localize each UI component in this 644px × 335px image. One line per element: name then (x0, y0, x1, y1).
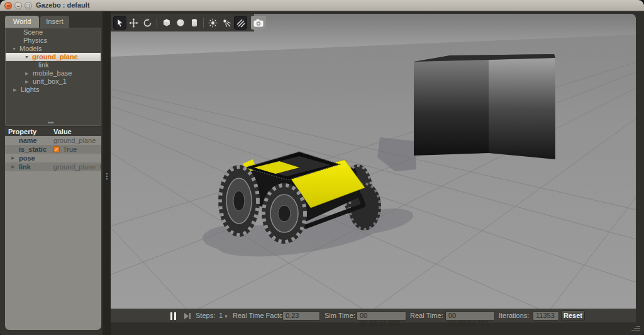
tab-world[interactable]: World (5, 16, 39, 28)
statusbar: Steps: 1 ▼ Real Time Factor: 0.23 Sim Ti… (111, 309, 636, 322)
rotate-icon (143, 18, 152, 28)
expand-arrow-icon[interactable]: ▶ (13, 86, 19, 94)
directional-light-button[interactable] (234, 16, 247, 30)
step-button[interactable] (184, 313, 193, 319)
screenshot-button[interactable] (251, 16, 266, 30)
tree-item-ground-plane[interactable]: ▼ ground_plane (6, 53, 101, 61)
pause-button[interactable] (170, 312, 178, 320)
toolbar-separator (157, 18, 157, 28)
property-header: Property Value (5, 127, 101, 136)
property-row-link[interactable]: ▶ link ground_plane::link (5, 162, 101, 171)
tree-item-physics[interactable]: Physics (6, 37, 101, 45)
gazebo-window: × – ❒ Gazebo : default World Insert Scen… (0, 0, 644, 335)
spot-light-button[interactable] (220, 16, 233, 30)
sim-time-label: Sim Time: (325, 312, 355, 319)
window-title: Gazebo : default (36, 1, 90, 9)
view-toolbar (111, 14, 254, 31)
render-viewport[interactable] (111, 14, 636, 309)
steps-label: Steps: (196, 312, 215, 319)
property-row-name[interactable]: name ground_plane (5, 136, 101, 145)
property-row-pose[interactable]: ▶ pose (5, 154, 101, 162)
iterations-value: 11353 (533, 311, 559, 321)
box-icon (162, 18, 172, 28)
insert-sphere-button[interactable] (174, 16, 187, 30)
scene-render (111, 14, 636, 309)
expand-arrow-icon[interactable]: ▶ (11, 162, 14, 171)
checkbox-checked-icon[interactable]: ✓ (53, 146, 60, 152)
close-button[interactable]: × (4, 2, 12, 9)
sim-time-value: 00 00:00:11.353 (357, 311, 406, 321)
tree-item-mobile-base[interactable]: ▶ mobile_base (6, 69, 101, 77)
directional-light-icon (236, 18, 245, 28)
left-panel: World Insert Scene Physics ▼ Models ▼ gr… (0, 11, 103, 335)
point-light-button[interactable] (206, 16, 219, 30)
world-tree: Scene Physics ▼ Models ▼ ground_plane li… (5, 28, 101, 126)
vertical-splitter[interactable]: ••• (103, 11, 111, 335)
expand-arrow-icon[interactable]: ▼ (25, 53, 30, 61)
steps-value[interactable]: 1 (219, 312, 223, 319)
select-tool-button[interactable] (113, 16, 126, 30)
property-row-is-static[interactable]: is_static ✓ True (5, 145, 101, 154)
iterations-label: Iterations: (499, 312, 529, 319)
expand-arrow-icon[interactable]: ▶ (11, 154, 14, 162)
real-time-label: Real Time: (410, 312, 443, 319)
unit-box-model (414, 54, 555, 159)
toolbar-separator (203, 18, 204, 28)
cylinder-icon (189, 18, 199, 28)
steps-dropdown-icon[interactable]: ▼ (224, 314, 228, 319)
tree-item-link[interactable]: link (6, 61, 101, 69)
property-panel: Property Value name ground_plane is_stat… (5, 127, 101, 330)
real-time-value: 00 00:00:54.753 (445, 311, 495, 321)
rtf-label: Real Time Factor: (233, 312, 287, 319)
rtf-value: 0.23 (282, 311, 320, 321)
reset-button[interactable]: Reset (561, 310, 585, 321)
horizontal-splitter-handle[interactable]: ••• (48, 122, 54, 124)
tree-item-unit-box-1[interactable]: ▶ unit_box_1 (6, 77, 101, 86)
sphere-icon (175, 18, 186, 28)
translate-icon (129, 18, 138, 28)
resize-grip[interactable] (631, 325, 640, 332)
point-light-icon (208, 18, 218, 28)
expand-arrow-icon[interactable]: ▶ (25, 77, 31, 86)
tree-item-scene[interactable]: Scene (6, 28, 101, 37)
insert-cylinder-button[interactable] (187, 16, 201, 30)
tab-insert[interactable]: Insert (40, 16, 69, 28)
tree-item-lights[interactable]: ▶ Lights (6, 86, 101, 94)
spot-light-icon (222, 18, 231, 28)
vertical-splitter-handle[interactable]: ••• (105, 173, 109, 181)
expand-arrow-icon[interactable]: ▶ (25, 69, 31, 77)
expand-arrow-icon[interactable]: ▼ (12, 45, 18, 53)
step-icon (184, 313, 189, 319)
translate-tool-button[interactable] (127, 16, 140, 30)
select-arrow-icon (116, 18, 125, 27)
titlebar[interactable]: × – ❒ Gazebo : default (0, 0, 644, 11)
rotate-tool-button[interactable] (141, 16, 154, 30)
maximize-button[interactable]: ❒ (25, 2, 32, 9)
minimize-button[interactable]: – (14, 2, 22, 9)
tree-item-models[interactable]: ▼ Models (6, 45, 101, 53)
camera-icon (253, 19, 264, 27)
insert-box-button[interactable] (160, 16, 173, 30)
